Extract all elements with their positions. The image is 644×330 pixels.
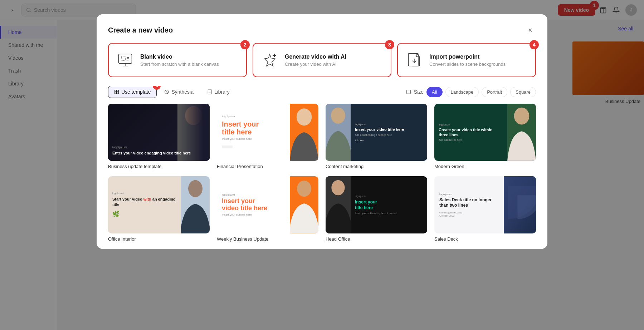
generate-ai-title: Generate video with AI [285,54,384,60]
modal-overlay: Create a new video × Blank video Start f… [0,0,644,330]
import-ppt-desc: Convert slides to scene backgrounds [429,61,528,67]
svg-point-16 [188,180,203,197]
badge-4: 4 [530,40,539,49]
ai-icon [260,51,279,69]
template-name-content: Content marketing [326,164,427,169]
blank-video-title: Blank video [140,54,239,60]
create-video-modal: Create a new video × Blank video Start f… [97,14,547,249]
template-grid: logolpsum Enter your video engaging vide… [108,104,536,249]
tab-library[interactable]: Library [201,86,236,98]
template-sales-deck[interactable]: logolpsum Sales Deck title no longer tha… [434,176,536,242]
size-icon [406,89,411,94]
template-thumb-content: logolpsum Insert your video title here A… [326,104,427,161]
svg-point-17 [297,181,311,197]
svg-rect-7 [115,92,117,94]
tab-library-label: Library [214,89,230,95]
size-btn-all[interactable]: All [426,87,442,97]
size-btn-portrait[interactable]: Portrait [482,87,507,97]
template-tabs: Use template 5 Synthesia Library [108,86,536,98]
template-thumb-office: logolpsum Start your video with an engag… [108,176,210,233]
modal-close-button[interactable]: × [525,24,536,36]
template-weekly-business[interactable]: logolpsum Insert yourvideo title here In… [217,176,318,242]
library-icon [207,89,212,94]
import-ppt-text: Import powerpoint Convert slides to scen… [429,54,528,67]
size-btn-square[interactable]: Square [510,87,536,97]
modal-title: Create a new video [108,26,173,34]
import-ppt-title: Import powerpoint [429,54,528,60]
tab-synthesia[interactable]: Synthesia [158,86,199,98]
svg-rect-10 [407,90,411,94]
svg-rect-3 [121,56,125,61]
template-thumb-sales: logolpsum Sales Deck title no longer tha… [434,176,536,233]
tab-use-template-label: Use template [121,89,151,95]
template-name-business: Business update template [108,164,210,169]
blank-video-card[interactable]: Blank video Start from scratch with a bl… [108,43,247,77]
svg-rect-4 [408,54,418,66]
generate-ai-text: Generate video with AI Create your video… [285,54,384,67]
template-section: Use template 5 Synthesia Library [97,86,547,249]
monitor-icon [116,51,135,69]
generate-ai-card[interactable]: Generate video with AI Create your video… [253,43,391,77]
option-cards-row: Blank video Start from scratch with a bl… [97,43,547,86]
svg-point-13 [297,108,312,125]
template-icon [114,89,119,94]
badge-3: 3 [385,40,394,49]
template-head-office[interactable]: logolpsum Insert yourtitle here Insert y… [326,176,427,242]
size-btn-landscape[interactable]: Landscape [445,87,479,97]
template-financial[interactable]: logolpsum Insert yourtitle here Insert y… [217,104,318,169]
template-name-sales: Sales Deck [434,236,536,242]
tab-use-template[interactable]: Use template 5 [108,86,157,98]
import-icon [405,51,424,69]
template-name-office: Office Interior [108,236,210,242]
template-name-head: Head Office [326,236,427,242]
modal-header: Create a new video × [97,14,547,43]
svg-rect-8 [117,92,119,94]
template-content-marketing[interactable]: logolpsum Insert your video title here A… [326,104,427,169]
svg-point-15 [514,108,530,125]
generate-ai-desc: Create your video with AI [285,61,384,67]
svg-rect-5 [115,90,117,92]
svg-rect-2 [119,54,132,63]
svg-rect-6 [117,90,119,92]
template-name-financial: Financial Presentation [217,164,318,169]
template-modern-green[interactable]: logolpsum Create your video title within… [434,104,536,169]
template-thumb-business: logolpsum Enter your video engaging vide… [108,104,210,161]
tab-synthesia-label: Synthesia [171,89,193,95]
synthesia-icon [164,89,169,94]
blank-video-desc: Start from scratch with a blank canvas [140,61,239,67]
size-label: Size [414,89,424,95]
template-thumb-head: logolpsum Insert yourtitle here Insert y… [326,176,427,233]
template-name-modern: Modern Green [434,164,536,169]
size-controls: Size All Landscape Portrait Square [406,87,536,97]
template-thumb-financial: logolpsum Insert yourtitle here Insert y… [217,104,318,161]
blank-video-text: Blank video Start from scratch with a bl… [140,54,239,67]
import-ppt-card[interactable]: Import powerpoint Convert slides to scen… [397,43,536,77]
svg-point-14 [331,108,345,124]
template-business-update[interactable]: logolpsum Enter your video engaging vide… [108,104,210,169]
svg-rect-12 [222,146,233,148]
badge-2: 2 [240,40,250,49]
svg-point-18 [331,180,345,195]
template-thumb-weekly: logolpsum Insert yourvideo title here In… [217,176,318,233]
template-name-weekly: Weekly Business Update [217,236,318,242]
template-office-interior[interactable]: logolpsum Start your video with an engag… [108,176,210,242]
template-thumb-modern: logolpsum Create your video title within… [434,104,536,161]
